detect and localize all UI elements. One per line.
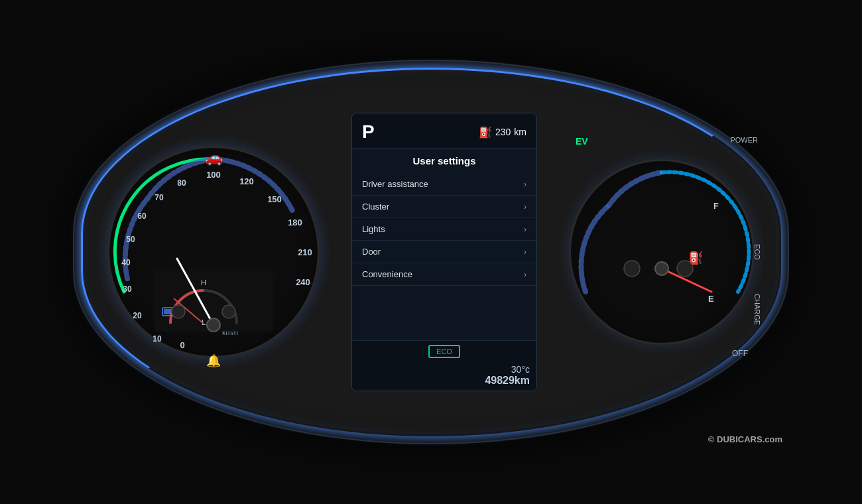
menu-item-label-driver-assistance: Driver assistance xyxy=(362,179,428,189)
svg-text:150: 150 xyxy=(267,194,282,204)
power-label: POWER xyxy=(730,136,758,144)
menu-title: User settings xyxy=(352,149,536,173)
svg-text:20: 20 xyxy=(133,311,142,320)
watermark: © DUBICARS.com xyxy=(708,434,782,444)
menu-item-lights[interactable]: Lights › xyxy=(352,218,536,241)
right-gauges: EV POWER F E ⛽ xyxy=(562,126,761,378)
menu-item-convenience[interactable]: Convenience › xyxy=(352,263,536,286)
svg-text:30: 30 xyxy=(123,284,132,294)
eco-badge: ECO xyxy=(428,345,460,358)
menu-arrow-driver-assistance: › xyxy=(524,180,526,189)
svg-point-23 xyxy=(172,305,185,318)
svg-text:120: 120 xyxy=(239,176,254,186)
speedo-svg: // Draw ticks programmatically via templ… xyxy=(107,146,320,358)
cluster-body: // Draw ticks programmatically via templ… xyxy=(73,60,789,444)
menu-area: User settings Driver assistance › Cluste… xyxy=(352,149,536,340)
menu-item-door[interactable]: Door › xyxy=(352,241,536,263)
svg-point-26 xyxy=(207,318,220,332)
fuel-icon: ⛽ xyxy=(479,126,492,139)
odometer: 49829km xyxy=(359,375,530,387)
bottom-bar: ECO 30°c 49829km xyxy=(352,340,536,391)
off-label: OFF xyxy=(732,349,748,358)
menu-arrow-door: › xyxy=(524,247,526,257)
watermark-text: DUBICARS.com xyxy=(717,434,782,444)
menu-arrow-convenience: › xyxy=(524,270,526,279)
eco-label: ECO xyxy=(753,244,761,260)
svg-rect-22 xyxy=(164,309,172,314)
menu-item-cluster[interactable]: Cluster › xyxy=(352,196,536,218)
svg-text:70: 70 xyxy=(154,193,164,202)
menu-item-label-lights: Lights xyxy=(362,224,385,234)
svg-text:F: F xyxy=(713,201,719,211)
svg-text:50: 50 xyxy=(126,235,135,244)
menu-item-driver-assistance[interactable]: Driver assistance › xyxy=(352,173,536,196)
gear-indicator: P xyxy=(362,121,375,143)
svg-text:0: 0 xyxy=(180,340,184,350)
temp-odometer: 30°c 49829km xyxy=(359,364,530,387)
svg-text:E: E xyxy=(708,294,714,304)
menu-arrow-cluster: › xyxy=(524,202,526,212)
svg-text:60: 60 xyxy=(137,212,147,221)
center-display: P ⛽ 230 km User settings Driver assistan… xyxy=(351,113,537,391)
svg-point-30 xyxy=(624,261,640,277)
menu-item-label-convenience: Convenience xyxy=(362,269,412,279)
fuel-range-unit: km xyxy=(514,127,526,137)
svg-text:240: 240 xyxy=(296,277,310,287)
dashboard-container: // Draw ticks programmatically via templ… xyxy=(66,46,796,458)
speedometer: // Draw ticks programmatically via templ… xyxy=(101,126,326,378)
temperature: 30°c xyxy=(359,364,530,375)
status-bar: P ⛽ 230 km xyxy=(352,113,536,149)
menu-item-label-cluster: Cluster xyxy=(362,202,389,212)
svg-text:100: 100 xyxy=(206,170,221,180)
svg-point-33 xyxy=(655,262,668,275)
svg-text:H: H xyxy=(201,279,206,286)
svg-point-24 xyxy=(222,305,235,318)
fuel-info: ⛽ 230 km xyxy=(479,126,526,139)
svg-text:80: 80 xyxy=(177,178,186,188)
menu-arrow-lights: › xyxy=(524,225,526,234)
svg-point-31 xyxy=(677,261,693,277)
seatbelt-icon: 🔔 xyxy=(206,353,221,368)
svg-text:10: 10 xyxy=(153,334,162,344)
car-icon: 🚗 xyxy=(205,149,223,166)
svg-text:180: 180 xyxy=(288,218,302,227)
ev-label: EV xyxy=(576,136,588,147)
charge-label: CHARGE xyxy=(753,294,761,325)
svg-text:210: 210 xyxy=(298,247,312,257)
svg-text:40: 40 xyxy=(121,258,131,267)
watermark-symbol: © xyxy=(708,434,715,444)
fuel-range-value: 230 xyxy=(495,127,511,137)
menu-item-label-door: Door xyxy=(362,247,381,257)
right-gauge-svg: F E ⛽ xyxy=(569,159,755,345)
